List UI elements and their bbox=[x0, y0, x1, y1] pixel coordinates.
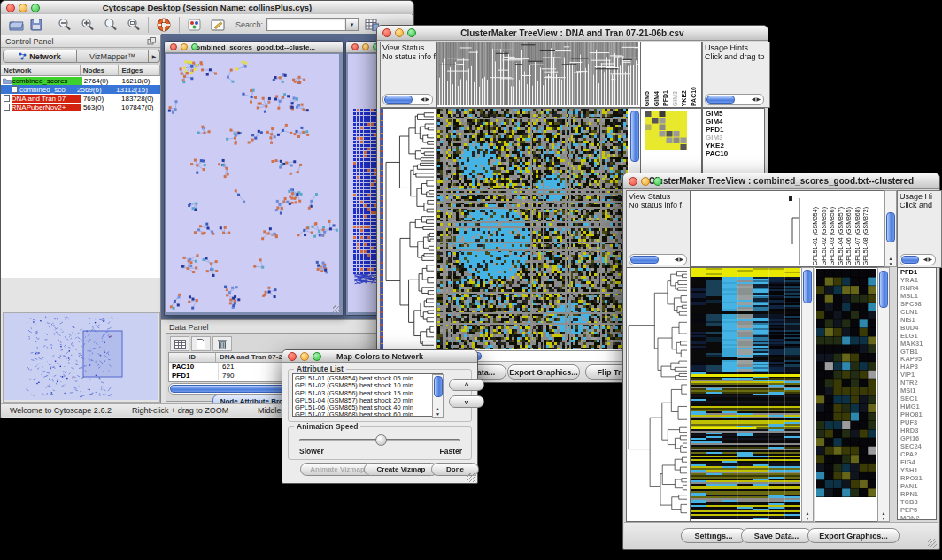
list-item[interactable]: GPL51-07 (GSM868) bbox=[853, 207, 862, 265]
desktop: Cytoscape Desktop (Session Name: collins… bbox=[0, 0, 942, 560]
list-item[interactable]: PFD1 bbox=[706, 126, 764, 134]
minimize-button[interactable] bbox=[181, 43, 188, 50]
hscrollbar[interactable]: ◀▶ bbox=[705, 94, 764, 105]
zoom-selected-icon[interactable] bbox=[99, 18, 122, 31]
mini-heatmap[interactable] bbox=[645, 111, 687, 150]
zoom-button[interactable] bbox=[407, 28, 416, 37]
close-button[interactable] bbox=[288, 352, 297, 361]
heatmap-canvas[interactable] bbox=[691, 268, 800, 519]
array-labels-rotated: GPL51-01 (GSM854)GPL51-02 (GSM855)GPL51-… bbox=[811, 207, 870, 265]
vizmapper-icon[interactable] bbox=[182, 19, 205, 31]
list-item[interactable]: MON2 bbox=[900, 515, 936, 520]
list-item[interactable]: GIM3 bbox=[672, 91, 680, 106]
zoom-heatmap-canvas[interactable] bbox=[816, 269, 876, 497]
hscrollbar[interactable]: ◀▶ bbox=[900, 254, 936, 265]
move-up-button[interactable]: ^ bbox=[449, 379, 484, 391]
tab-network[interactable]: Network bbox=[3, 50, 77, 63]
network-row-combined-sco-selected[interactable]: combined_sco 2569(6) 13112(15) bbox=[1, 85, 160, 94]
zoom-in-icon[interactable] bbox=[76, 18, 99, 31]
column-dendrogram[interactable] bbox=[691, 191, 805, 265]
row-dendrogram[interactable] bbox=[383, 109, 435, 349]
export-graphics-button[interactable]: Export Graphics... bbox=[807, 528, 900, 543]
list-item[interactable]: GIM3 bbox=[706, 134, 764, 142]
float-panel-icon[interactable] bbox=[147, 37, 156, 45]
window-title: Cytoscape Desktop (Session Name: collins… bbox=[1, 3, 413, 12]
zoom-button[interactable] bbox=[313, 352, 321, 361]
search-input[interactable] bbox=[266, 18, 346, 31]
list-item[interactable]: GPL51-02 (GSM855) bbox=[820, 207, 829, 265]
network-table-header[interactable]: Network Nodes Edges bbox=[1, 65, 160, 76]
heatmap-vscrollbar[interactable]: ▲▼ bbox=[801, 267, 814, 522]
speed-slider-thumb[interactable] bbox=[375, 434, 387, 446]
list-item[interactable]: GPL51-03 (GSM856) bbox=[828, 207, 837, 265]
tab-more-button[interactable]: ▶ bbox=[149, 50, 160, 63]
attribute-list-vscrollbar[interactable]: ▲▼ bbox=[432, 374, 444, 418]
main-title-bar[interactable]: Cytoscape Desktop (Session Name: collins… bbox=[1, 1, 413, 15]
minimize-button[interactable] bbox=[19, 4, 27, 12]
new-attribute-icon[interactable] bbox=[191, 336, 211, 351]
tab-vizmapper[interactable]: VizMapper™ bbox=[77, 50, 149, 63]
gene-labels-rotated: GIM5GIM4PFD1GIM3YKE2PAC10 bbox=[644, 87, 698, 106]
usage-hints-panel: Usage Hi Click and ◀▶ bbox=[897, 190, 942, 268]
list-item[interactable]: GPL51-06 (GSM865) bbox=[845, 207, 853, 265]
list-item[interactable]: PFD1 bbox=[662, 90, 670, 106]
zoom-vscrollbar[interactable]: ▲▼ bbox=[877, 267, 890, 522]
row-dendrogram[interactable] bbox=[627, 268, 688, 519]
zoom-out-icon[interactable] bbox=[53, 18, 76, 31]
export-graphics-button[interactable]: Export Graphics... bbox=[507, 364, 580, 380]
annotation-icon[interactable] bbox=[205, 19, 230, 31]
list-item[interactable]: GIM4 bbox=[706, 118, 764, 126]
save-data-button[interactable]: Save Data... bbox=[741, 528, 812, 543]
move-down-button[interactable]: v bbox=[449, 395, 484, 408]
zoom-button[interactable] bbox=[191, 43, 198, 50]
list-item[interactable]: YKE2 bbox=[706, 142, 764, 150]
list-item[interactable]: GIM4 bbox=[653, 91, 661, 106]
labels-vscrollbar[interactable]: ▲▼ bbox=[884, 190, 897, 267]
network-canvas[interactable] bbox=[166, 54, 339, 312]
help-icon[interactable] bbox=[151, 18, 176, 32]
network-row-combined-scores[interactable]: combined_scores 2764(0) 16218(0) bbox=[1, 76, 160, 85]
minimize-button[interactable] bbox=[362, 43, 369, 50]
network-row-dna-tran[interactable]: DNA and Tran 07 769(0) 183728(0) bbox=[1, 94, 160, 103]
list-item[interactable]: GPL51-04 (GSM857) bbox=[837, 207, 845, 265]
minimize-button[interactable] bbox=[395, 28, 404, 37]
animation-speed-label: Animation Speed bbox=[294, 422, 360, 431]
close-button[interactable] bbox=[382, 28, 391, 37]
heatmap-panel bbox=[690, 267, 803, 522]
list-item[interactable]: GIM5 bbox=[706, 110, 764, 118]
hscrollbar[interactable]: ◀▶ bbox=[382, 94, 433, 105]
list-item[interactable]: GPL51-01 (GSM854) bbox=[811, 207, 820, 265]
list-item[interactable]: GPL51-07 (GSM868) heat shock 60 min bbox=[295, 411, 440, 417]
create-vizmap-button[interactable]: Create Vizmap bbox=[364, 463, 438, 476]
control-panel-title: Control Panel bbox=[5, 37, 54, 46]
list-item[interactable]: GPL51-08 (GSM872) bbox=[861, 207, 870, 265]
list-item[interactable]: PAC10 bbox=[706, 150, 764, 157]
hscrollbar[interactable]: ◀▶ bbox=[629, 254, 687, 265]
settings-button[interactable]: Settings... bbox=[681, 528, 746, 543]
open-session-icon[interactable] bbox=[6, 19, 26, 31]
attribute-select-icon[interactable] bbox=[170, 336, 189, 351]
network-overview-thumbnail bbox=[4, 313, 158, 400]
network-row-rnapuber[interactable]: RNAPuberNov2+ 563(0) 107847(0) bbox=[1, 103, 160, 111]
zoom-button[interactable] bbox=[653, 177, 662, 186]
close-button[interactable] bbox=[351, 43, 359, 50]
zoom-fit-icon[interactable] bbox=[122, 18, 145, 31]
resize-grip[interactable] bbox=[333, 305, 342, 314]
zoom-button[interactable] bbox=[31, 4, 40, 12]
search-dropdown-button[interactable]: ▾ bbox=[346, 18, 359, 31]
delete-attribute-icon[interactable] bbox=[212, 336, 232, 351]
row-dendrogram-panel bbox=[626, 267, 691, 522]
minimize-button[interactable] bbox=[300, 352, 309, 361]
close-button[interactable] bbox=[6, 4, 15, 12]
save-session-icon[interactable] bbox=[26, 19, 47, 31]
resize-grip[interactable] bbox=[928, 539, 937, 548]
heatmap-canvas[interactable] bbox=[437, 109, 628, 349]
close-button[interactable] bbox=[170, 43, 177, 50]
minimize-button[interactable] bbox=[641, 177, 650, 186]
list-item[interactable]: GIM5 bbox=[644, 91, 652, 106]
resize-grip[interactable] bbox=[467, 473, 476, 482]
list-item[interactable]: YKE2 bbox=[681, 90, 689, 106]
close-button[interactable] bbox=[629, 177, 637, 186]
list-item[interactable]: PAC10 bbox=[691, 87, 699, 106]
column-dendrogram[interactable] bbox=[437, 42, 638, 105]
